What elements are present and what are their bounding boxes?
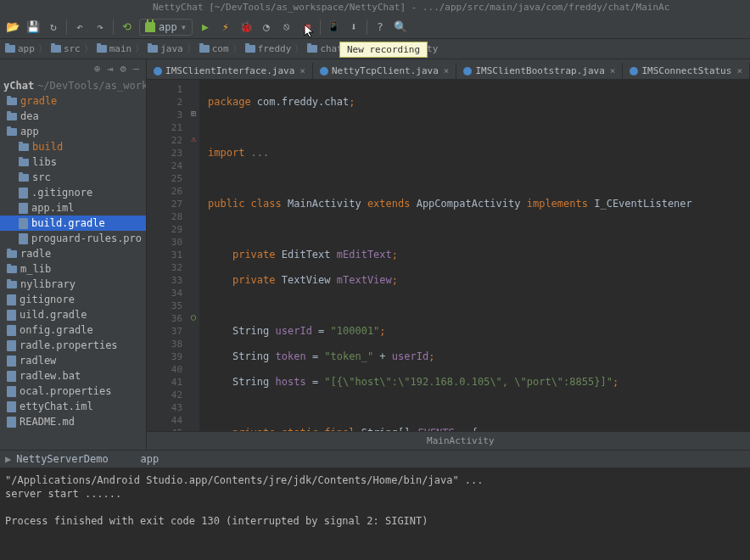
tree-item[interactable]: .gitignore [0,185,146,200]
console-output[interactable]: "/Applications/Android Studio.app/Conten… [0,468,750,560]
sync-icon[interactable]: ⟲ [119,20,134,35]
run-config-label: app [159,21,177,33]
close-icon[interactable]: × [736,65,742,76]
profile-icon[interactable]: ◔ [259,20,274,35]
stop-icon[interactable]: ■ [299,20,315,35]
breadcrumb-item[interactable]: main [97,43,132,54]
title-bar: NettyChat [~/DevTools/as_workspace/Netty… [0,0,750,15]
java-icon [630,67,638,76]
java-icon [463,67,472,76]
search-icon[interactable]: 🔍 [393,20,408,35]
editor-tab[interactable]: NettyTcpClient.java× [313,63,456,79]
tree-item[interactable]: onfig.gradle [0,322,146,338]
folder-icon [199,45,210,53]
editor-breadcrumb[interactable]: MainActivity [147,431,750,450]
tree-item[interactable]: nylibrary [0,277,146,292]
java-icon [320,67,328,76]
android-icon [145,22,155,32]
file-icon [7,417,16,428]
breadcrumb-item[interactable]: java [148,43,183,54]
debug-icon[interactable]: 🐞 [238,20,254,35]
file-icon [19,233,28,244]
tree-item[interactable]: app.iml [0,200,146,216]
refresh-icon[interactable]: ↻ [46,20,61,35]
gear-icon[interactable]: ⚙ [120,63,126,75]
file-icon [19,203,28,214]
folder-icon [5,45,15,53]
attach-icon[interactable]: ⎋ [279,20,294,35]
collapse-icon[interactable]: ⇥ [107,63,113,75]
close-icon[interactable]: × [610,65,616,76]
folder-icon [51,45,61,53]
folder-icon [245,45,255,53]
folder-icon [7,281,17,288]
close-icon[interactable]: × [299,65,305,76]
folder-icon [7,128,17,136]
avd-icon[interactable]: 📱 [326,20,341,35]
code-area[interactable]: 1232122232425262728293031323334353637383… [147,80,750,431]
toolbar-separator [320,20,321,35]
tree-item[interactable]: ocal.properties [0,384,146,399]
folder-icon [7,266,17,273]
help-icon[interactable]: ? [372,20,388,35]
tree-item[interactable]: dea [0,109,146,124]
breadcrumb-item[interactable]: src [51,43,81,54]
file-icon [7,325,16,336]
run-tool-tabs: ▶ NettyServerDemo app [0,450,750,468]
breadcrumb-item[interactable]: app [5,43,35,54]
run-tab[interactable]: app [141,453,160,465]
tooltip: New recording [339,42,428,58]
tree-item[interactable]: radle.properties [0,338,146,353]
tree-item[interactable]: radle [0,246,146,261]
tree-item[interactable]: radlew [0,353,146,368]
breadcrumb-item[interactable]: chat [307,43,343,54]
breadcrumb-item[interactable]: com [199,43,229,54]
editor-tab[interactable]: IMSClientInterface.java× [147,63,313,79]
open-icon[interactable]: 📂 [5,20,20,35]
tree-item[interactable]: app [0,124,146,139]
editor-tab[interactable]: IMSConnectStatus× [623,63,750,79]
file-icon [7,310,16,321]
breadcrumb-item[interactable]: freddy [245,43,292,54]
close-icon[interactable]: × [444,65,450,76]
save-icon[interactable]: 💾 [25,20,41,35]
folder-icon [307,45,317,53]
sdk-icon[interactable]: ⬇ [346,20,361,35]
file-icon [7,401,16,412]
tree-item[interactable]: build.gradle [0,216,146,231]
toolbar-separator [66,20,67,35]
undo-icon[interactable]: ↶ [72,20,87,35]
toolbar-separator [367,20,367,35]
tree-item[interactable]: ettyChat.iml [0,399,146,414]
code-content[interactable]: package com.freddy.chat; import ... publ… [199,80,750,431]
folder-icon [7,98,17,105]
editor-tabs: IMSClientInterface.java×NettyTcpClient.j… [147,59,750,80]
tree-item[interactable]: gradle [0,93,146,109]
tree-item[interactable]: README.md [0,414,146,429]
folder-icon [7,113,17,120]
run-tab[interactable]: NettyServerDemo [16,453,108,465]
apply-changes-icon[interactable]: ⚡ [218,20,233,35]
folder-icon [148,45,158,53]
hide-icon[interactable]: — [133,63,139,75]
tree-item[interactable]: gitignore [0,292,146,307]
run-icon[interactable]: ▶ [198,20,213,35]
tree-root[interactable]: yChat ~/DevTools/as_workspace/NettyCha [0,78,146,93]
tree-item[interactable]: uild.gradle [0,307,146,322]
tree-item[interactable]: m_lib [0,261,146,277]
tree-item[interactable]: proguard-rules.pro [0,231,146,246]
run-config-selector[interactable]: app ▾ [139,19,193,36]
target-icon[interactable]: ⊕ [94,63,100,75]
tree-item[interactable]: build [0,139,146,154]
tree-item[interactable]: libs [0,154,146,170]
file-icon [7,340,16,351]
project-tree[interactable]: ⊕ ⇥ ⚙ — yChat ~/DevTools/as_workspace/Ne… [0,59,147,450]
file-icon [7,294,16,305]
main-toolbar: 📂 💾 ↻ ↶ ↷ ⟲ app ▾ ▶ ⚡ 🐞 ◔ ⎋ ■ 📱 ⬇ ? 🔍 [0,15,750,39]
tree-item[interactable]: src [0,170,146,185]
folder-icon [19,159,29,166]
file-icon [7,386,16,397]
redo-icon[interactable]: ↷ [92,20,108,35]
editor-tab[interactable]: IMSClientBootstrap.java× [456,63,623,79]
tree-item[interactable]: radlew.bat [0,368,146,384]
